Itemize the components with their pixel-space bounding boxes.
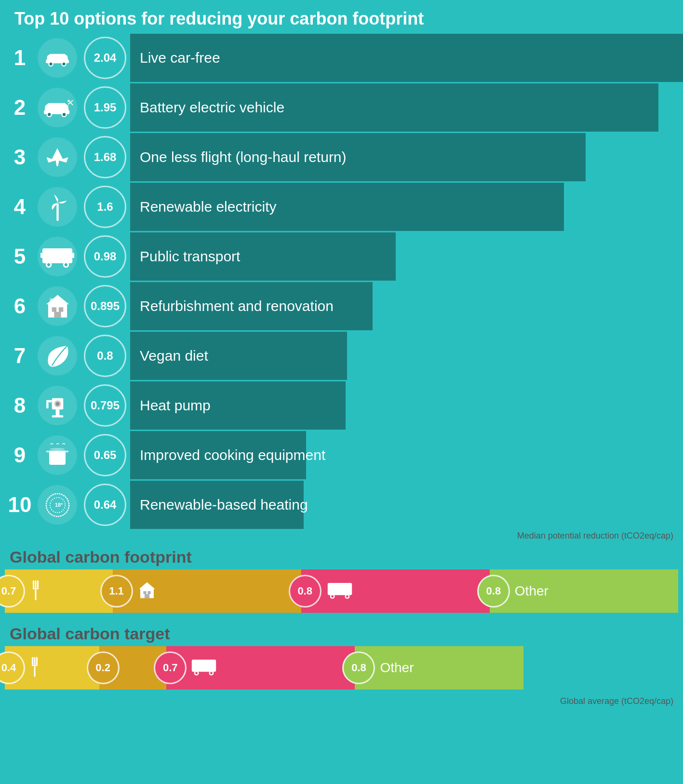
svg-rect-31 (52, 307, 56, 311)
icon-bus (38, 237, 77, 276)
tgt-segment-2: 0.7 (166, 646, 355, 689)
tgt-icon-fork (29, 656, 43, 680)
rank-7: 7 (0, 344, 35, 368)
svg-rect-68 (36, 657, 38, 665)
tgt-icon-bus2 (190, 657, 217, 679)
bar-row-9: 90.65Improved cooking equipment (0, 431, 683, 479)
bar-wrapper-3: One less flight (long-haul return) (130, 133, 683, 181)
value-circle-7: 0.8 (84, 335, 126, 377)
bar-wrapper-1: Live car-free (130, 34, 683, 82)
icon-car (38, 38, 77, 78)
global-target-title: Global carbon target (0, 618, 683, 646)
target-segments: 0.40.20.70.8Other (5, 646, 678, 689)
svg-rect-44 (46, 450, 49, 452)
svg-rect-74 (199, 661, 203, 664)
rank-4: 4 (0, 195, 35, 219)
bar-wrapper-10: Renewable-based heating (130, 481, 683, 529)
svg-rect-6 (60, 54, 66, 58)
svg-line-15 (70, 102, 73, 105)
rank-3: 3 (0, 145, 35, 169)
svg-rect-50 (37, 580, 39, 588)
svg-rect-56 (147, 591, 150, 594)
svg-point-16 (67, 99, 70, 102)
footprint-segments: 0.71.10.80.8Other (5, 569, 678, 613)
bar-row-2: 21.95Battery electric vehicle (0, 83, 683, 132)
svg-rect-59 (329, 584, 333, 587)
global-footprint-bar: 0.71.10.80.8Other (0, 569, 683, 618)
bar-fill-9: Improved cooking equipment (130, 431, 306, 479)
global-target-bar: 0.40.20.70.8Other (0, 646, 683, 694)
value-circle-1: 2.04 (84, 37, 126, 79)
svg-rect-17 (56, 203, 59, 221)
svg-rect-57 (144, 594, 149, 598)
svg-point-66 (346, 595, 348, 598)
bar-fill-4: Renewable electricity (130, 183, 564, 231)
bar-fill-1: Live car-free (130, 34, 683, 82)
svg-rect-32 (58, 307, 63, 311)
bar-fill-6: Refurbishment and renovation (130, 282, 373, 330)
svg-text:18°: 18° (55, 502, 63, 508)
bar-fill-5: Public transport (130, 232, 396, 281)
fp-badge-1: 1.1 (100, 575, 133, 608)
rank-5: 5 (0, 244, 35, 269)
bar-fill-3: One less flight (long-haul return) (130, 133, 586, 181)
svg-rect-60 (335, 584, 339, 587)
svg-rect-13 (59, 104, 65, 108)
svg-rect-73 (193, 661, 197, 664)
svg-rect-28 (40, 253, 42, 258)
icon-pot (38, 435, 77, 475)
svg-point-25 (47, 263, 50, 266)
svg-rect-21 (52, 250, 57, 254)
svg-rect-62 (347, 584, 350, 587)
rank-8: 8 (0, 393, 35, 418)
svg-point-9 (48, 113, 51, 116)
svg-rect-52 (33, 588, 39, 589)
bar-fill-2: Battery electric vehicle (130, 83, 658, 132)
bar-wrapper-4: Renewable electricity (130, 183, 683, 231)
bar-label-4: Renewable electricity (130, 199, 276, 215)
svg-rect-71 (34, 666, 36, 677)
global-avg-note: Global average (tCO2eq/cap) (0, 694, 683, 711)
rank-9: 9 (0, 443, 35, 467)
bar-fill-10: Renewable-based heating (130, 481, 304, 529)
value-circle-10: 0.64 (84, 484, 126, 526)
rank-6: 6 (0, 294, 35, 318)
bar-row-4: 41.6Renewable electricity (0, 183, 683, 231)
bar-wrapper-6: Refurbishment and renovation (130, 282, 683, 330)
tgt-badge-2: 0.7 (154, 651, 187, 684)
svg-point-64 (331, 595, 334, 598)
svg-point-11 (63, 113, 66, 116)
value-circle-2: 1.95 (84, 86, 126, 129)
fp-icon-house2 (138, 580, 156, 602)
bar-label-2: Battery electric vehicle (130, 99, 284, 116)
svg-point-78 (195, 672, 198, 675)
svg-point-2 (50, 63, 53, 66)
svg-rect-29 (72, 253, 74, 258)
svg-rect-67 (32, 657, 33, 665)
svg-rect-34 (50, 298, 53, 301)
svg-rect-49 (33, 580, 34, 588)
tgt-badge-1: 0.2 (87, 651, 120, 684)
rank-10: 10 (0, 493, 35, 517)
page-header: Top 10 options for reducing your carbon … (0, 0, 683, 34)
svg-rect-70 (32, 665, 38, 666)
svg-rect-38 (52, 415, 63, 418)
global-footprint-title: Global carbon footprint (0, 541, 683, 569)
icon-pump (38, 386, 77, 425)
svg-rect-75 (205, 661, 209, 664)
tgt-badge-0: 0.4 (0, 651, 25, 684)
svg-rect-51 (35, 580, 37, 588)
value-circle-8: 0.795 (84, 384, 126, 427)
bar-wrapper-2: Battery electric vehicle (130, 83, 683, 132)
fp-badge-2: 0.8 (289, 575, 321, 608)
bar-label-3: One less flight (long-haul return) (130, 149, 347, 165)
svg-point-43 (50, 448, 65, 450)
svg-rect-20 (44, 250, 50, 254)
bar-fill-8: Heat pump (130, 381, 346, 430)
tgt-label-3: Other (380, 660, 414, 676)
bar-row-10: 1018°0.64Renewable-based heating (0, 481, 683, 529)
svg-rect-22 (59, 250, 65, 254)
svg-rect-76 (212, 661, 215, 664)
bar-label-7: Vegan diet (130, 348, 208, 364)
fp-label-3: Other (515, 583, 549, 599)
